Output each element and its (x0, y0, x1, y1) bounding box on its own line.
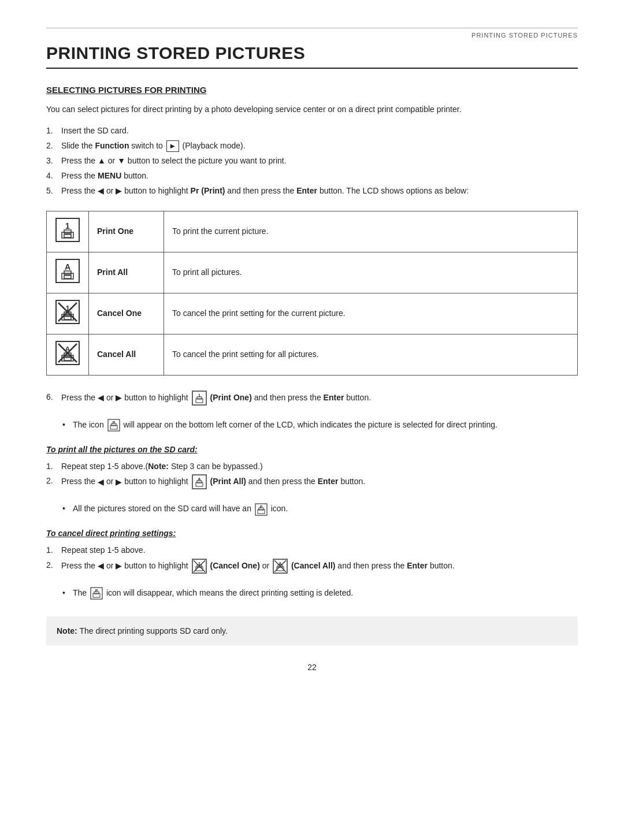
sub-step-1-1-text: Repeat step 1-5 above.(Note: Step 3 can … (61, 462, 263, 471)
print-one-label: Print One (89, 211, 164, 252)
cancel-one-desc: To cancel the print setting for the curr… (164, 293, 578, 334)
svg-text:A: A (198, 477, 201, 482)
step-2-text: Slide the Function switch to ► (Playback… (61, 141, 246, 150)
bullet-list-2: All the pictures stored on the SD card w… (62, 502, 578, 516)
step-num: 2. (46, 474, 53, 488)
cancel-all-label: Cancel All (89, 334, 164, 375)
bullet-1: The icon P will appear on the bottom lef… (62, 418, 578, 432)
print-icon-small2: P (255, 503, 268, 516)
note-box: Note: The direct printing supports SD ca… (46, 616, 578, 645)
bold-menu: MENU (98, 171, 121, 180)
page-number: 22 (46, 663, 578, 672)
bold-cancel-one: (Cancel One) (210, 561, 259, 570)
step-4-text: Press the MENU button. (61, 171, 148, 180)
sub-heading-2: To cancel direct printing settings: (46, 529, 578, 538)
note-bold: Note: (57, 626, 77, 635)
cancel-one-label: Cancel One (89, 293, 164, 334)
step-3: 3. Press the ▲ or ▼ button to select the… (46, 154, 578, 168)
svg-text:A: A (65, 262, 70, 272)
playback-icon: ► (166, 140, 179, 152)
section-heading: SELECTING PICTURES FOR PRINTING (46, 85, 578, 95)
sub-steps-2-list: 1. Repeat step 1-5 above. 2. Press the ◀… (46, 544, 578, 574)
bold-print-one: (Print One) (210, 393, 251, 402)
intro-text: You can select pictures for direct print… (46, 103, 578, 116)
step-num: 1. (46, 460, 53, 474)
step-num: 3. (46, 154, 53, 168)
table-row-cancel-one: 1 Cancel One To cancel the print setting… (47, 293, 578, 334)
arrow-right-icon2: ▶ (116, 391, 122, 405)
print-icon-small3: P (90, 587, 103, 600)
print-one-inline-icon: 1 (192, 391, 207, 406)
svg-text:P: P (112, 421, 115, 425)
sub-step-2-1: 1. Repeat step 1-5 above. (46, 544, 578, 557)
step-num: 1. (46, 544, 53, 557)
bullet-list-1: The icon P will appear on the bottom lef… (62, 418, 578, 432)
steps-list: 1. Insert the SD card. 2. Slide the Func… (46, 124, 578, 198)
bold-enter4: Enter (407, 561, 428, 570)
options-table: 1 Print One To print the current picture… (46, 211, 578, 376)
step-2: 2. Slide the Function switch to ► (Playb… (46, 139, 578, 153)
table-row-print-all: A Print All To print all pictures. (47, 252, 578, 293)
svg-text:1: 1 (65, 221, 70, 231)
page-title: PRINTING STORED PICTURES (46, 43, 578, 69)
sub-heading-1: To print all the pictures on the SD card… (46, 445, 578, 454)
sub-step-1-2: 2. Press the ◀ or ▶ button to highlight … (46, 474, 578, 489)
chapter-header: PRINTING STORED PICTURES (46, 32, 578, 39)
step-3-text: Press the ▲ or ▼ button to select the pi… (61, 156, 287, 165)
sub-step-2-2-text: Press the ◀ or ▶ button to highlight 1 (… (61, 561, 455, 570)
sub-step-2-1-text: Repeat step 1-5 above. (61, 545, 146, 555)
step6-list: 6. Press the ◀ or ▶ button to highlight … (46, 391, 578, 406)
cancel-all-icon-cell: A (47, 334, 89, 375)
bold-enter2: Enter (324, 393, 344, 402)
print-all-desc: To print all pictures. (164, 252, 578, 293)
svg-rect-21 (64, 358, 71, 360)
cancel-all-desc: To cancel the print setting for all pict… (164, 334, 578, 375)
triangle-up-icon: ▲ (98, 154, 106, 168)
bullet-2: All the pictures stored on the SD card w… (62, 502, 578, 516)
bold-enter: Enter (296, 186, 317, 195)
svg-rect-9 (64, 276, 71, 278)
step-num: 5. (46, 184, 53, 198)
cancel-all-svg-icon: A (55, 340, 80, 366)
arrow-right-icon: ▶ (116, 184, 122, 198)
arrow-left-icon4: ◀ (98, 559, 104, 573)
step-6-num: 6. (46, 391, 53, 404)
bullet-3: The P icon will disappear, which means t… (62, 586, 578, 600)
sub-step-2-2: 2. Press the ◀ or ▶ button to highlight … (46, 559, 578, 574)
arrow-right-icon3: ▶ (116, 475, 122, 489)
note-text: The direct printing supports SD card onl… (77, 626, 228, 635)
step-6-text: Press the ◀ or ▶ button to highlight 1 (… (61, 393, 371, 402)
sub-step-1-2-text: Press the ◀ or ▶ button to highlight A (… (61, 477, 365, 486)
bullet-list-3: The P icon will disappear, which means t… (62, 586, 578, 600)
step-4: 4. Press the MENU button. (46, 169, 578, 183)
print-one-svg-icon: 1 (55, 217, 80, 243)
step-1: 1. Insert the SD card. (46, 124, 578, 138)
bold-pr-print: Pr (Print) (191, 186, 225, 195)
bold-enter3: Enter (318, 477, 339, 486)
svg-text:1: 1 (198, 393, 200, 398)
cancel-all-inline-icon: A (273, 559, 288, 574)
bold-function: Function (95, 141, 129, 150)
sub-step-1-1: 1. Repeat step 1-5 above.(Note: Step 3 c… (46, 460, 578, 474)
triangle-down-icon: ▼ (117, 154, 125, 168)
step-num: 1. (46, 124, 53, 138)
step-num: 2. (46, 139, 53, 153)
cancel-one-icon-cell: 1 (47, 293, 89, 334)
header-line (46, 28, 578, 28)
print-icon-small: P (107, 419, 120, 432)
print-all-label: Print All (89, 252, 164, 293)
table-row-cancel-all: A Cancel All To cancel the print setting… (47, 334, 578, 375)
print-one-icon-cell: 1 (47, 211, 89, 252)
step-5: 5. Press the ◀ or ▶ button to highlight … (46, 184, 578, 198)
print-all-svg-icon: A (55, 258, 80, 284)
sub-steps-1-list: 1. Repeat step 1-5 above.(Note: Step 3 c… (46, 460, 578, 490)
page: PRINTING STORED PICTURES PRINTING STORED… (0, 0, 624, 840)
bold-cancel-all: (Cancel All) (291, 561, 336, 570)
arrow-left-icon3: ◀ (98, 475, 104, 489)
svg-text:P: P (95, 589, 98, 593)
step-6: 6. Press the ◀ or ▶ button to highlight … (46, 391, 578, 406)
svg-text:P: P (259, 505, 262, 509)
svg-rect-14 (64, 317, 71, 319)
arrow-left-icon2: ◀ (98, 391, 104, 405)
print-all-inline-icon: A (192, 474, 207, 489)
